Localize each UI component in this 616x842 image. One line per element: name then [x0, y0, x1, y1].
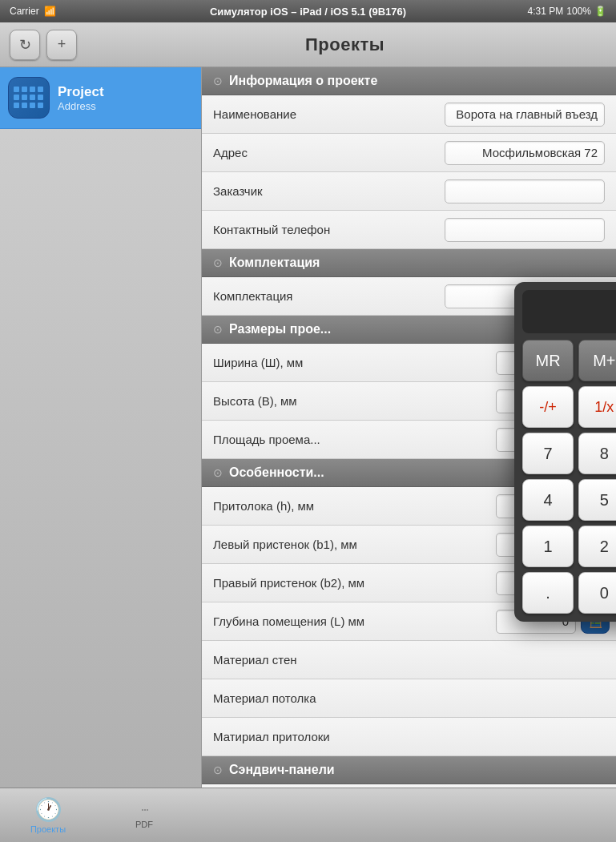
customer-row: Заказчик: [202, 172, 616, 211]
grid-dot: [38, 87, 43, 92]
grid-dot: [38, 95, 43, 100]
calc-btn-mr[interactable]: MR: [522, 340, 574, 381]
grid-dot: [30, 95, 35, 100]
equipment-label: Комплектация: [213, 289, 445, 303]
address-label: Адрес: [213, 146, 445, 159]
add-icon: +: [58, 36, 66, 53]
project-icon: [8, 77, 50, 119]
ceiling-material-row: Материал потолка: [202, 679, 616, 718]
section-equipment[interactable]: ⊙ Комплектация: [202, 249, 616, 277]
wall-material-label: Материал стен: [213, 653, 605, 667]
status-bar: Carrier 📶 Симулятор iOS – iPad / iOS 5.1…: [0, 0, 616, 22]
calc-btn-2[interactable]: 2: [578, 526, 616, 567]
add-button[interactable]: +: [46, 30, 77, 60]
phone-input[interactable]: [445, 218, 605, 242]
sidebar-item-project[interactable]: Project Address: [0, 67, 201, 129]
grid-dot: [14, 103, 19, 108]
ceiling-material-label: Материал потолка: [213, 691, 605, 705]
calc-btn-7[interactable]: 7: [522, 433, 574, 474]
time-label: 4:31 PM: [528, 6, 564, 17]
grid-dot: [38, 103, 43, 108]
calc-btn-5[interactable]: 5: [578, 479, 616, 521]
carrier-label: Carrier: [10, 6, 39, 17]
wall-material-row: Материал стен: [202, 641, 616, 679]
lintel-material-row: Матириал притолоки: [202, 718, 616, 756]
room-depth-label: Глубина помещения (L) мм: [213, 614, 496, 628]
grid-dot: [14, 95, 19, 100]
name-label: Наименование: [213, 107, 445, 121]
grid-dot: [14, 87, 19, 92]
left-pier-label: Левый пристенок (b1), мм: [213, 538, 496, 551]
grid-dot: [30, 103, 35, 108]
grid-dot: [30, 87, 35, 92]
pdf-tab-label: PDF: [135, 820, 153, 829]
project-address: Address: [58, 100, 104, 112]
chevron-down-icon: ⊙: [213, 763, 223, 776]
grid-dot: [22, 95, 27, 100]
phone-label: Контактный телефон: [213, 223, 445, 236]
customer-label: Заказчик: [213, 184, 445, 198]
calculator-grid-icon: [14, 87, 44, 109]
right-pier-label: Правый пристенок (b2), мм: [213, 576, 496, 590]
sidebar: Project Address: [0, 67, 202, 788]
calc-btn-dot[interactable]: .: [522, 572, 574, 614]
battery-label: 100%: [566, 6, 591, 17]
page-title: Проекты: [83, 34, 606, 55]
section-features-label: Особенности...: [229, 465, 324, 480]
refresh-icon: ↻: [19, 36, 31, 54]
calculator-buttons: MRM+MCC-/+1/xsqrt*789/456+123-.0=Enter: [522, 340, 616, 614]
projects-tab-icon: 🕐: [34, 796, 62, 823]
project-name: Project: [58, 84, 104, 100]
calculator-overlay: 123 MRM+MCC-/+1/xsqrt*789/456+123-.0=Ent…: [514, 282, 616, 622]
top-toolbar: ↻ + Проекты: [0, 22, 616, 67]
section-project-info[interactable]: ⊙ Информация о проекте: [202, 67, 616, 95]
lintel-material-label: Матириал притолоки: [213, 730, 605, 743]
device-title: Симулятор iOS – iPad / iOS 5.1 (9B176): [210, 6, 406, 18]
grid-dot: [22, 87, 27, 92]
wifi-icon: 📶: [44, 6, 56, 17]
tab-bar: 🕐 Проекты ··· PDF: [0, 788, 616, 842]
phone-row: Контактный телефон: [202, 211, 616, 249]
chevron-down-icon: ⊙: [213, 323, 223, 336]
customer-input[interactable]: [445, 179, 605, 203]
width-label: Ширина (Ш), мм: [213, 356, 496, 369]
lintel-label: Притолока (h), мм: [213, 499, 496, 513]
battery-icon: 🔋: [594, 6, 606, 17]
name-input[interactable]: [445, 103, 605, 127]
address-input[interactable]: [445, 141, 605, 165]
chevron-down-icon: ⊙: [213, 75, 223, 87]
chevron-down-icon: ⊙: [213, 466, 223, 479]
calc-btn-negate[interactable]: -/+: [522, 386, 574, 428]
status-bar-right: 4:31 PM 100% 🔋: [528, 6, 606, 17]
calc-btn-mplus[interactable]: M+: [578, 340, 616, 381]
calc-btn-1[interactable]: 1: [522, 526, 574, 567]
sidebar-item-text: Project Address: [58, 84, 104, 112]
address-row: Адрес: [202, 134, 616, 172]
section-sandwich[interactable]: ⊙ Сэндвич-панели: [202, 756, 616, 784]
main-content: ⊙ Информация о проекте Наименование Адре…: [202, 67, 616, 788]
refresh-button[interactable]: ↻: [10, 30, 40, 60]
calc-btn-8[interactable]: 8: [578, 433, 616, 474]
tab-projects[interactable]: 🕐 Проекты: [0, 792, 96, 839]
height-label: Высота (В), мм: [213, 394, 496, 408]
projects-tab-label: Проекты: [30, 824, 66, 834]
calc-btn-0[interactable]: 0: [578, 572, 616, 614]
pdf-tab-icon: ···: [140, 801, 147, 818]
content-area: Project Address ⊙ Информация о проекте Н…: [0, 67, 616, 788]
section-project-info-label: Информация о проекте: [229, 74, 377, 88]
section-dimensions-label: Размеры прое...: [229, 322, 331, 336]
chevron-down-icon: ⊙: [213, 256, 223, 269]
opening-label: Площадь проема...: [213, 433, 496, 446]
calc-btn-inverse[interactable]: 1/x: [578, 386, 616, 428]
name-row: Наименование: [202, 95, 616, 134]
tab-pdf[interactable]: ··· PDF: [96, 796, 192, 834]
section-sandwich-label: Сэндвич-панели: [229, 763, 335, 777]
section-equipment-label: Комплектация: [229, 256, 320, 270]
calc-btn-4[interactable]: 4: [522, 479, 574, 521]
calculator-display: 123: [522, 290, 616, 333]
status-bar-left: Carrier 📶: [10, 6, 56, 17]
app-container: ↻ + Проекты: [0, 22, 616, 842]
grid-dot: [22, 103, 27, 108]
finger-protection-row: С защитой от защемления пальцев OFF: [202, 784, 616, 788]
